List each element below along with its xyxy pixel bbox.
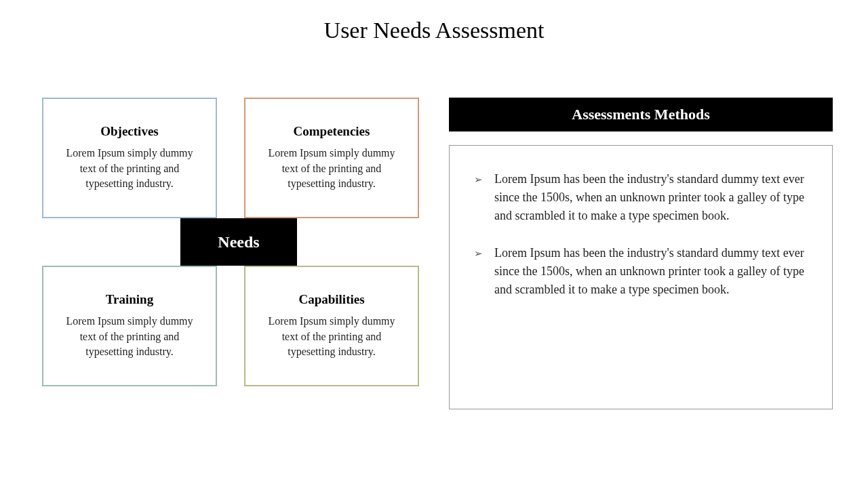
chevron-right-icon: ➢ — [474, 246, 488, 262]
box-capabilities-desc: Lorem Ipsum simply dummy text of the pri… — [260, 314, 403, 359]
methods-body: ➢ Lorem Ipsum has been the industry's st… — [449, 145, 833, 409]
box-competencies-title: Competencies — [294, 124, 370, 139]
box-competencies-desc: Lorem Ipsum simply dummy text of the pri… — [260, 146, 403, 191]
method-item: ➢ Lorem Ipsum has been the industry's st… — [474, 244, 810, 299]
box-capabilities: Capabilities Lorem Ipsum simply dummy te… — [244, 266, 419, 386]
box-training-title: Training — [106, 292, 153, 307]
box-capabilities-title: Capabilities — [298, 292, 364, 307]
box-training: Training Lorem Ipsum simply dummy text o… — [42, 266, 217, 386]
content-area: Objectives Lorem Ipsum simply dummy text… — [0, 43, 868, 409]
box-objectives-title: Objectives — [100, 124, 158, 139]
box-objectives-desc: Lorem Ipsum simply dummy text of the pri… — [58, 146, 201, 191]
page-title: User Needs Assessment — [0, 0, 868, 43]
method-text: Lorem Ipsum has been the industry's stan… — [494, 170, 810, 225]
methods-header: Assessments Methods — [449, 98, 833, 131]
box-competencies: Competencies Lorem Ipsum simply dummy te… — [244, 98, 419, 218]
center-needs-badge: Needs — [180, 218, 297, 266]
box-objectives: Objectives Lorem Ipsum simply dummy text… — [42, 98, 217, 218]
chevron-right-icon: ➢ — [474, 172, 488, 188]
box-training-desc: Lorem Ipsum simply dummy text of the pri… — [58, 314, 201, 359]
method-item: ➢ Lorem Ipsum has been the industry's st… — [474, 170, 810, 225]
methods-panel: Assessments Methods ➢ Lorem Ipsum has be… — [449, 98, 833, 409]
method-text: Lorem Ipsum has been the industry's stan… — [494, 244, 810, 299]
needs-quadrant: Objectives Lorem Ipsum simply dummy text… — [42, 98, 422, 409]
